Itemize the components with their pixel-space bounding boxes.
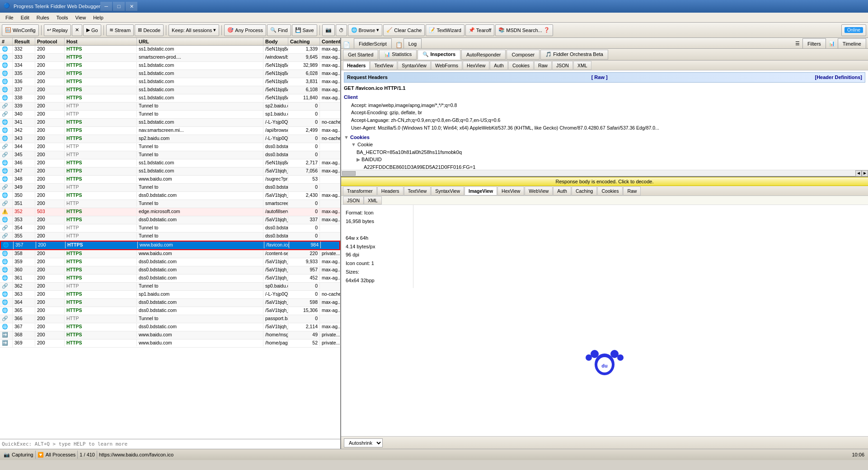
- resp-tab-syntaxview[interactable]: SyntaxView: [431, 186, 464, 195]
- resp-tab-textview[interactable]: TextView: [404, 186, 431, 195]
- req-tab-syntaxview[interactable]: SyntaxView: [398, 61, 431, 70]
- resp-tab-hexview[interactable]: HexView: [497, 186, 524, 195]
- tab-statistics[interactable]: 📊 Statistics: [379, 50, 417, 60]
- req-tab-webforms[interactable]: WebForms: [431, 61, 462, 70]
- col-header-body[interactable]: Body: [263, 38, 288, 45]
- tab-log[interactable]: Log: [404, 38, 422, 48]
- tab-timeline[interactable]: Timeline: [838, 38, 866, 48]
- tab-autoresponder[interactable]: AutoResponder: [461, 50, 506, 60]
- tab-composer[interactable]: Composer: [507, 50, 540, 60]
- col-header-url[interactable]: URL: [137, 38, 263, 45]
- menu-edit[interactable]: Edit: [17, 14, 33, 21]
- keep-sessions-button[interactable]: Keep: All sessions ▾: [169, 24, 219, 36]
- tab-inspectors[interactable]: 🔍 Inspectors: [418, 50, 460, 60]
- table-row[interactable]: 🌐 365 200 HTTPS dss0.bdstatic.com /5aV1b…: [0, 307, 340, 315]
- table-row[interactable]: 🌐 341 200 HTTPS ss1.bdstatic.com /-L-Ysj…: [0, 119, 340, 127]
- minimize-button[interactable]: ─: [100, 2, 112, 11]
- table-row[interactable]: 🌐 335 200 HTTPS ss1.bdstatic.com /5eN1bj…: [0, 70, 340, 78]
- browse-button[interactable]: 🌐 Browse ▾: [348, 24, 383, 36]
- req-tab-auth[interactable]: Auth: [490, 61, 508, 70]
- msdn-search-button[interactable]: 📚 MSDN Search... ❓: [495, 24, 553, 36]
- cookies-triangle[interactable]: ▼: [344, 135, 349, 140]
- stream-button[interactable]: ≋ Stream: [106, 24, 134, 36]
- maximize-button[interactable]: □: [113, 2, 125, 11]
- resp-tab-json[interactable]: JSON: [343, 196, 364, 205]
- table-row[interactable]: 🌐 364 200 HTTPS dss0.bdstatic.com /5aV1b…: [0, 299, 340, 307]
- table-row[interactable]: 🌐 342 200 HTTPS nav.smartscreen.mi... /a…: [0, 127, 340, 135]
- req-tab-textview[interactable]: TextView: [370, 61, 397, 70]
- req-tab-headers[interactable]: Headers: [343, 61, 370, 70]
- menu-help[interactable]: Help: [89, 14, 107, 21]
- col-header-protocol[interactable]: Protocol: [35, 38, 65, 45]
- req-tab-hexview[interactable]: HexView: [463, 61, 489, 70]
- stop-button[interactable]: ✕: [72, 24, 82, 36]
- go-button[interactable]: ▶ Go: [83, 24, 101, 36]
- menu-file[interactable]: File: [2, 14, 17, 21]
- table-row[interactable]: 🔗 339 200 HTTP Tunnel to sp2.baidu.com:4…: [0, 102, 340, 111]
- h-scroll[interactable]: ◀ ▶: [341, 170, 868, 176]
- quickexec-input[interactable]: [2, 441, 338, 447]
- table-row[interactable]: 🌐 346 200 HTTPS ss1.bdstatic.com /5eN1bj…: [0, 159, 340, 168]
- table-row[interactable]: 🌐 338 200 HTTPS ss1.bdstatic.com /5eN1bj…: [0, 94, 340, 102]
- tab-fiddlescript[interactable]: FiddlerScript: [354, 38, 392, 48]
- req-tab-cookies[interactable]: Cookies: [508, 61, 534, 70]
- table-row[interactable]: 🔗 366 200 HTTP Tunnel to passport.baidu.…: [0, 315, 340, 323]
- timer-button[interactable]: ⏱: [336, 24, 347, 36]
- table-row[interactable]: 🔗 349 200 HTTP Tunnel to dss0.bdstatic.c…: [0, 184, 340, 192]
- table-row[interactable]: 🔗 354 200 HTTP Tunnel to dss0.bdstatic.c…: [0, 224, 340, 233]
- resp-tab-raw[interactable]: Raw: [623, 186, 641, 195]
- table-row[interactable]: 🔗 351 200 HTTP Tunnel to smartscreen-pro…: [0, 200, 340, 208]
- raw-link[interactable]: [ Raw ]: [591, 74, 608, 81]
- any-process-button[interactable]: 🎯 Any Process: [224, 24, 266, 36]
- table-row[interactable]: ➡️ 369 200 HTTPS www.baidu.com /home/pag…: [0, 340, 340, 348]
- tab-get-started[interactable]: Get Started: [343, 50, 378, 60]
- table-row[interactable]: 🔗 355 200 HTTP Tunnel to dss0.bdstatic.c…: [0, 233, 340, 241]
- menu-tools[interactable]: Tools: [53, 14, 72, 21]
- table-row[interactable]: 🌐 337 200 HTTPS ss1.bdstatic.com /5eN1bj…: [0, 86, 340, 94]
- clear-cache-button[interactable]: 🧹 Clear Cache: [383, 24, 425, 36]
- resp-tab-webview[interactable]: WebView: [525, 186, 553, 195]
- replay-button[interactable]: ↩ Replay: [44, 24, 71, 36]
- table-row[interactable]: 🌐 336 200 HTTPS ss1.bdstatic.com /5eN1bj…: [0, 78, 340, 86]
- tearoff-button[interactable]: 📌 Tearoff: [465, 24, 494, 36]
- table-row[interactable]: 🌐 359 200 HTTPS dss0.bdstatic.com /5aV1b…: [0, 258, 340, 266]
- header-def-link[interactable]: [Header Definitions]: [815, 74, 862, 81]
- table-row[interactable]: ➡️ 368 200 HTTPS www.baidu.com /home/msg…: [0, 331, 340, 340]
- col-header-content-type[interactable]: Content-Type: [320, 38, 340, 45]
- menu-view[interactable]: View: [72, 14, 90, 21]
- resp-tab-auth[interactable]: Auth: [553, 186, 571, 195]
- table-row[interactable]: ⚠️ 352 503 HTTPS edge.microsoft.com /aut…: [0, 208, 340, 216]
- response-encoded-bar[interactable]: Response body is encoded. Click to decod…: [341, 177, 868, 186]
- table-row[interactable]: 🌐 363 200 HTTPS sp1.baidu.com /-L-Ysjp0Q…: [0, 291, 340, 299]
- autoshrink-select[interactable]: Autoshrink: [344, 438, 383, 447]
- table-row[interactable]: 🔗 362 200 HTTP Tunnel to sp0.baidu.com:4…: [0, 283, 340, 291]
- textwizard-button[interactable]: 📝 TextWizard: [426, 24, 464, 36]
- tab-orchestra[interactable]: 🎵 Fiddler Orchestra Beta: [540, 50, 608, 60]
- winconfig-button[interactable]: 🪟 WinConfig: [2, 24, 39, 36]
- table-row[interactable]: 🌐 347 200 HTTPS ss1.bdstatic.com /5aV1bj…: [0, 168, 340, 176]
- table-row[interactable]: 🌐 333 200 HTTPS smartscreen-prod.... /wi…: [0, 54, 340, 62]
- screenshot-button[interactable]: 📷: [322, 24, 335, 36]
- table-row[interactable]: 🌐 367 200 HTTPS dss0.bdstatic.com /5aV1b…: [0, 323, 340, 331]
- col-header-num[interactable]: #: [0, 38, 13, 45]
- resp-tab-imageview[interactable]: ImageView: [464, 186, 497, 195]
- resp-tab-cookies[interactable]: Cookies: [597, 186, 623, 195]
- table-row[interactable]: 🔗 340 200 HTTP Tunnel to sp1.baidu.com:4…: [0, 111, 340, 119]
- find-button[interactable]: 🔍 Find: [267, 24, 291, 36]
- close-button[interactable]: ✕: [126, 2, 137, 11]
- tab-filters[interactable]: Filters: [802, 38, 826, 48]
- table-row[interactable]: 🌐 357 200 HTTPS www.baidu.com /favicon.i…: [0, 241, 340, 250]
- table-row[interactable]: 🌐 361 200 HTTPS dss0.bdstatic.com /5aV1b…: [0, 275, 340, 283]
- table-row[interactable]: 🌐 353 200 HTTPS dss0.bdstatic.com /5aV1b…: [0, 216, 340, 224]
- scroll-left-btn[interactable]: ◀: [855, 170, 862, 177]
- req-tab-json[interactable]: JSON: [552, 61, 573, 70]
- table-row[interactable]: 🌐 360 200 HTTPS dss0.bdstatic.com /5aV1b…: [0, 266, 340, 275]
- req-tab-xml[interactable]: XML: [573, 61, 591, 70]
- resp-tab-transformer[interactable]: Transformer: [343, 186, 377, 195]
- table-row[interactable]: 🔗 344 200 HTTP Tunnel to dss0.bdstatic.c…: [0, 143, 340, 151]
- col-header-host[interactable]: Host: [65, 38, 137, 45]
- decode-button[interactable]: ⊞ Decode: [135, 24, 164, 36]
- table-row[interactable]: 🌐 350 200 HTTPS dss0.bdstatic.com /5aV1b…: [0, 192, 340, 200]
- online-button[interactable]: Online: [841, 24, 866, 36]
- table-row[interactable]: 🌐 334 200 HTTPS ss1.bdstatic.com /5eN1bj…: [0, 62, 340, 70]
